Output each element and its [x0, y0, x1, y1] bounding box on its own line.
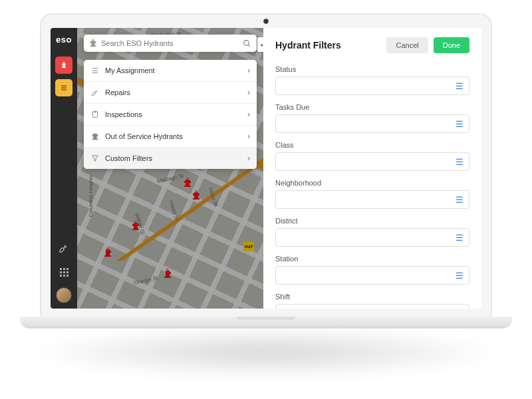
svg-rect-2 [61, 90, 66, 90]
shift-select[interactable]: ☰ [275, 304, 469, 309]
chevron-right-icon: › [247, 66, 250, 75]
filters-header: Hydrant Filters Cancel Done [275, 37, 469, 53]
list-icon: ☰ [456, 82, 464, 90]
field-label: Status [275, 65, 469, 73]
chevron-right-icon: › [247, 132, 250, 141]
tasks-due-select[interactable]: ☰ [275, 114, 469, 133]
filter-field-shift: Shift ☰ [275, 293, 469, 309]
chevron-right-icon: › [247, 88, 250, 97]
field-label: Class [275, 141, 469, 149]
list-icon: ☰ [456, 158, 464, 166]
wrench-icon [59, 243, 69, 253]
menu-custom-filters[interactable]: Custom Filters › [84, 148, 257, 169]
field-label: Tasks Due [275, 103, 469, 111]
hydrant-off-icon [90, 132, 100, 141]
sidebar-apps-button[interactable] [55, 263, 72, 281]
sidebar-hydrants-button[interactable] [55, 57, 72, 74]
list-icon [60, 84, 68, 92]
camera-dot [263, 19, 269, 24]
menu-item-label: Repairs [105, 88, 130, 96]
user-avatar[interactable] [56, 287, 72, 303]
logo: eso [56, 35, 72, 45]
apps-grid-icon [60, 268, 68, 277]
filter-field-tasks-due: Tasks Due ☰ [275, 103, 469, 133]
chevron-right-icon: › [247, 154, 250, 163]
district-select[interactable]: ☰ [275, 228, 469, 247]
menu-out-of-service[interactable]: Out of Service Hydrants › [84, 126, 257, 148]
wrench-icon [90, 88, 100, 96]
filter-field-class: Class ☰ [275, 141, 469, 171]
field-label: Neighborhood [275, 179, 469, 187]
filter-field-district: District ☰ [275, 217, 469, 247]
menu-item-label: Out of Service Hydrants [105, 132, 183, 140]
menu-item-label: Inspections [105, 110, 142, 118]
hydrant-icon [89, 39, 97, 48]
filters-title: Hydrant Filters [275, 40, 341, 51]
field-label: Station [275, 255, 469, 263]
status-select[interactable]: ☰ [275, 76, 469, 95]
chevron-right-icon: › [247, 110, 250, 119]
field-label: District [275, 217, 469, 225]
laptop-frame: eso Old Fulton St Middagh St Hic [40, 13, 492, 319]
list-icon: ☰ [456, 196, 464, 204]
station-select[interactable]: ☰ [275, 266, 469, 285]
funnel-icon [90, 154, 100, 162]
done-button[interactable]: Done [434, 37, 469, 53]
cancel-button[interactable]: Cancel [386, 37, 428, 53]
list-icon: ☰ [456, 233, 464, 242]
search-menu: ☰ My Assignment › Repairs › Inspections … [84, 60, 257, 169]
list-icon: ☰ [456, 271, 464, 280]
svg-rect-0 [61, 86, 66, 86]
laptop-base [20, 317, 512, 329]
svg-point-3 [244, 40, 249, 45]
menu-inspections[interactable]: Inspections › [84, 104, 257, 126]
list-icon: ☰ [456, 120, 464, 128]
menu-item-label: My Assignment [105, 66, 155, 74]
hydrant-icon [59, 61, 68, 70]
filter-field-status: Status ☰ [275, 65, 469, 95]
neighborhood-select[interactable]: ☰ [275, 190, 469, 209]
svg-line-4 [248, 45, 250, 47]
sidebar-settings-button[interactable] [55, 239, 72, 257]
collapse-panel-button[interactable]: ◂ [257, 37, 263, 52]
search-bar [84, 35, 257, 52]
menu-item-label: Custom Filters [105, 154, 152, 162]
app-sidebar: eso [51, 28, 77, 309]
menu-my-assignment[interactable]: ☰ My Assignment › [84, 60, 257, 82]
sidebar-alerts-button[interactable] [55, 79, 72, 96]
app-screen: eso Old Fulton St Middagh St Hic [51, 28, 481, 309]
svg-rect-1 [61, 88, 66, 88]
laptop-shadow [27, 326, 505, 379]
map-panel: Old Fulton St Middagh St Hicks St Henry … [77, 28, 263, 309]
clipboard-icon [90, 110, 100, 118]
filter-field-neighborhood: Neighborhood ☰ [275, 179, 469, 209]
filter-field-station: Station ☰ [275, 255, 469, 285]
assignment-icon: ☰ [90, 66, 100, 75]
search-input[interactable] [101, 39, 239, 47]
field-label: Shift [275, 293, 469, 301]
search-icon[interactable] [243, 39, 251, 48]
filters-panel: Hydrant Filters Cancel Done Status ☰ Tas… [263, 28, 481, 309]
class-select[interactable]: ☰ [275, 152, 469, 171]
menu-repairs[interactable]: Repairs › [84, 82, 257, 104]
